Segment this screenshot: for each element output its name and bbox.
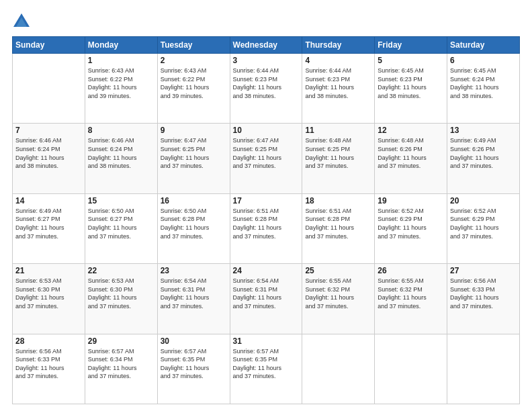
cell-content: Sunrise: 6:49 AM Sunset: 6:26 PM Dayligh… <box>450 136 517 170</box>
day-number: 15 <box>88 196 154 205</box>
calendar-header-sunday: Sunday <box>13 37 85 54</box>
day-number: 27 <box>450 266 517 275</box>
cell-content: Sunrise: 6:51 AM Sunset: 6:28 PM Dayligh… <box>233 207 300 240</box>
calendar-cell: 29Sunrise: 6:57 AM Sunset: 6:34 PM Dayli… <box>85 334 157 404</box>
calendar-cell <box>447 334 520 404</box>
cell-content: Sunrise: 6:50 AM Sunset: 6:28 PM Dayligh… <box>161 207 227 240</box>
day-number: 17 <box>233 196 300 205</box>
day-number: 12 <box>378 126 444 135</box>
cell-content: Sunrise: 6:47 AM Sunset: 6:25 PM Dayligh… <box>161 136 227 170</box>
cell-content: Sunrise: 6:44 AM Sunset: 6:23 PM Dayligh… <box>233 66 300 100</box>
day-number: 1 <box>88 56 154 65</box>
calendar-cell: 14Sunrise: 6:49 AM Sunset: 6:27 PM Dayli… <box>13 193 85 263</box>
cell-content: Sunrise: 6:43 AM Sunset: 6:22 PM Dayligh… <box>88 66 154 100</box>
cell-content: Sunrise: 6:57 AM Sunset: 6:34 PM Dayligh… <box>88 347 154 381</box>
day-number: 29 <box>88 336 154 346</box>
calendar-cell: 22Sunrise: 6:53 AM Sunset: 6:30 PM Dayli… <box>85 264 157 334</box>
day-number: 10 <box>233 126 300 135</box>
calendar-week-5: 28Sunrise: 6:56 AM Sunset: 6:33 PM Dayli… <box>13 334 520 404</box>
day-number: 14 <box>15 196 82 205</box>
calendar-cell: 15Sunrise: 6:50 AM Sunset: 6:27 PM Dayli… <box>85 193 157 263</box>
cell-content: Sunrise: 6:47 AM Sunset: 6:25 PM Dayligh… <box>233 136 300 170</box>
calendar-cell: 17Sunrise: 6:51 AM Sunset: 6:28 PM Dayli… <box>230 193 302 263</box>
cell-content: Sunrise: 6:57 AM Sunset: 6:35 PM Dayligh… <box>161 347 227 381</box>
day-number: 25 <box>305 266 371 275</box>
day-number: 28 <box>15 336 82 346</box>
calendar-header-thursday: Thursday <box>302 37 375 54</box>
logo <box>12 12 34 31</box>
day-number: 7 <box>15 126 82 135</box>
cell-content: Sunrise: 6:48 AM Sunset: 6:25 PM Dayligh… <box>305 136 371 170</box>
cell-content: Sunrise: 6:55 AM Sunset: 6:32 PM Dayligh… <box>378 277 444 310</box>
calendar-header-monday: Monday <box>85 37 157 54</box>
calendar-cell: 30Sunrise: 6:57 AM Sunset: 6:35 PM Dayli… <box>157 334 230 404</box>
cell-content: Sunrise: 6:54 AM Sunset: 6:31 PM Dayligh… <box>233 277 300 310</box>
cell-content: Sunrise: 6:56 AM Sunset: 6:33 PM Dayligh… <box>15 347 82 381</box>
cell-content: Sunrise: 6:51 AM Sunset: 6:28 PM Dayligh… <box>305 207 371 240</box>
calendar-week-3: 14Sunrise: 6:49 AM Sunset: 6:27 PM Dayli… <box>13 193 520 263</box>
day-number: 21 <box>15 266 82 275</box>
calendar-cell: 27Sunrise: 6:56 AM Sunset: 6:33 PM Dayli… <box>447 264 520 334</box>
day-number: 11 <box>305 126 371 135</box>
calendar-cell: 10Sunrise: 6:47 AM Sunset: 6:25 PM Dayli… <box>230 124 302 193</box>
day-number: 16 <box>161 196 227 205</box>
calendar-cell: 12Sunrise: 6:48 AM Sunset: 6:26 PM Dayli… <box>375 124 447 193</box>
day-number: 22 <box>88 266 154 275</box>
calendar-cell: 4Sunrise: 6:44 AM Sunset: 6:23 PM Daylig… <box>302 54 375 124</box>
calendar-cell <box>302 334 375 404</box>
calendar-cell: 16Sunrise: 6:50 AM Sunset: 6:28 PM Dayli… <box>157 193 230 263</box>
calendar-cell: 31Sunrise: 6:57 AM Sunset: 6:35 PM Dayli… <box>230 334 302 404</box>
calendar-cell: 1Sunrise: 6:43 AM Sunset: 6:22 PM Daylig… <box>85 54 157 124</box>
calendar-cell: 6Sunrise: 6:45 AM Sunset: 6:24 PM Daylig… <box>447 54 520 124</box>
day-number: 9 <box>161 126 227 135</box>
calendar-header-wednesday: Wednesday <box>230 37 302 54</box>
logo-icon <box>12 12 31 31</box>
cell-content: Sunrise: 6:55 AM Sunset: 6:32 PM Dayligh… <box>305 277 371 310</box>
day-number: 30 <box>161 336 227 346</box>
day-number: 13 <box>450 126 517 135</box>
day-number: 26 <box>378 266 444 275</box>
calendar-cell: 3Sunrise: 6:44 AM Sunset: 6:23 PM Daylig… <box>230 54 302 124</box>
day-number: 31 <box>233 336 300 346</box>
day-number: 24 <box>233 266 300 275</box>
cell-content: Sunrise: 6:52 AM Sunset: 6:29 PM Dayligh… <box>378 207 444 240</box>
calendar-cell <box>13 54 85 124</box>
calendar-cell: 13Sunrise: 6:49 AM Sunset: 6:26 PM Dayli… <box>447 124 520 193</box>
calendar-header-tuesday: Tuesday <box>157 37 230 54</box>
calendar-cell: 5Sunrise: 6:45 AM Sunset: 6:23 PM Daylig… <box>375 54 447 124</box>
page: SundayMondayTuesdayWednesdayThursdayFrid… <box>0 0 532 411</box>
calendar-cell: 9Sunrise: 6:47 AM Sunset: 6:25 PM Daylig… <box>157 124 230 193</box>
day-number: 5 <box>378 56 444 65</box>
calendar-cell: 24Sunrise: 6:54 AM Sunset: 6:31 PM Dayli… <box>230 264 302 334</box>
calendar-cell: 25Sunrise: 6:55 AM Sunset: 6:32 PM Dayli… <box>302 264 375 334</box>
calendar-cell: 8Sunrise: 6:46 AM Sunset: 6:24 PM Daylig… <box>85 124 157 193</box>
day-number: 18 <box>305 196 371 205</box>
cell-content: Sunrise: 6:53 AM Sunset: 6:30 PM Dayligh… <box>88 277 154 310</box>
calendar-week-2: 7Sunrise: 6:46 AM Sunset: 6:24 PM Daylig… <box>13 124 520 193</box>
cell-content: Sunrise: 6:46 AM Sunset: 6:24 PM Dayligh… <box>88 136 154 170</box>
cell-content: Sunrise: 6:56 AM Sunset: 6:33 PM Dayligh… <box>450 277 517 310</box>
calendar-cell: 20Sunrise: 6:52 AM Sunset: 6:29 PM Dayli… <box>447 193 520 263</box>
day-number: 4 <box>305 56 371 65</box>
cell-content: Sunrise: 6:53 AM Sunset: 6:30 PM Dayligh… <box>15 277 82 310</box>
cell-content: Sunrise: 6:43 AM Sunset: 6:22 PM Dayligh… <box>161 66 227 100</box>
day-number: 6 <box>450 56 517 65</box>
calendar-cell: 11Sunrise: 6:48 AM Sunset: 6:25 PM Dayli… <box>302 124 375 193</box>
calendar-cell: 23Sunrise: 6:54 AM Sunset: 6:31 PM Dayli… <box>157 264 230 334</box>
calendar-header-saturday: Saturday <box>447 37 520 54</box>
cell-content: Sunrise: 6:44 AM Sunset: 6:23 PM Dayligh… <box>305 66 371 100</box>
calendar-cell: 7Sunrise: 6:46 AM Sunset: 6:24 PM Daylig… <box>13 124 85 193</box>
calendar-week-4: 21Sunrise: 6:53 AM Sunset: 6:30 PM Dayli… <box>13 264 520 334</box>
day-number: 2 <box>161 56 227 65</box>
cell-content: Sunrise: 6:52 AM Sunset: 6:29 PM Dayligh… <box>450 207 517 240</box>
calendar-cell: 19Sunrise: 6:52 AM Sunset: 6:29 PM Dayli… <box>375 193 447 263</box>
calendar-header-row: SundayMondayTuesdayWednesdayThursdayFrid… <box>13 37 520 54</box>
calendar-table: SundayMondayTuesdayWednesdayThursdayFrid… <box>12 36 520 404</box>
calendar-cell: 28Sunrise: 6:56 AM Sunset: 6:33 PM Dayli… <box>13 334 85 404</box>
calendar-week-1: 1Sunrise: 6:43 AM Sunset: 6:22 PM Daylig… <box>13 54 520 124</box>
day-number: 8 <box>88 126 154 135</box>
cell-content: Sunrise: 6:45 AM Sunset: 6:23 PM Dayligh… <box>378 66 444 100</box>
cell-content: Sunrise: 6:45 AM Sunset: 6:24 PM Dayligh… <box>450 66 517 100</box>
day-number: 20 <box>450 196 517 205</box>
calendar-cell <box>375 334 447 404</box>
